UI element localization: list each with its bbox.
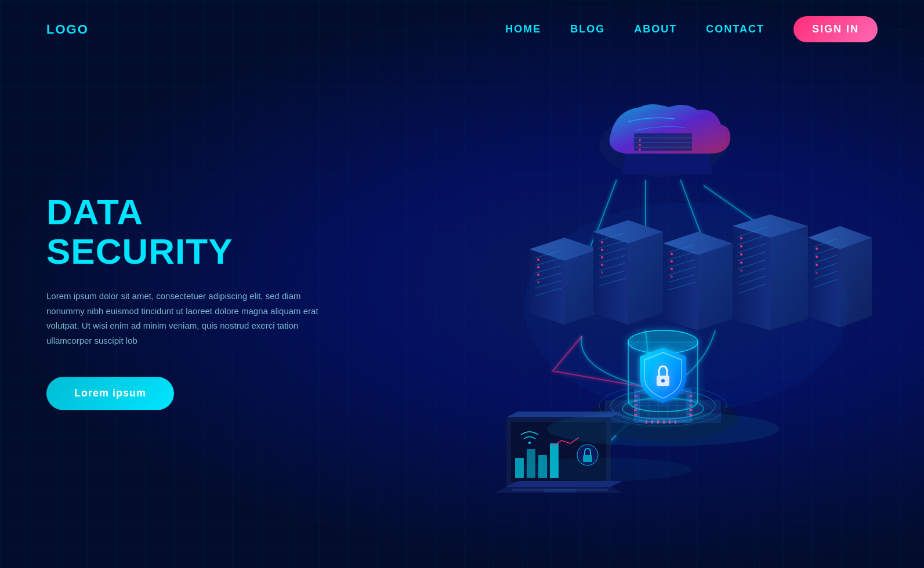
nav-home[interactable]: HOME (505, 23, 541, 35)
svg-rect-136 (544, 490, 576, 491)
navbar: LOGO HOME BLOG ABOUT CONTACT SIGN IN (0, 0, 924, 59)
svg-point-139 (524, 203, 849, 412)
svg-point-7 (639, 148, 641, 151)
svg-rect-1 (634, 133, 692, 151)
svg-marker-132 (506, 481, 622, 487)
hero-title: DATA SECURITY (46, 192, 325, 271)
hero-cta-button[interactable]: Lorem ipsum (46, 377, 174, 410)
svg-point-138 (518, 458, 692, 481)
nav-blog[interactable]: BLOG (570, 23, 605, 35)
svg-point-6 (639, 144, 641, 146)
hero-description: Lorem ipsum dolor sit amet, consectetuer… (46, 289, 325, 348)
svg-point-137 (547, 412, 779, 446)
hero-illustration (402, 46, 924, 551)
signin-button[interactable]: SIGN IN (793, 16, 878, 42)
svg-point-5 (639, 139, 641, 141)
nav-contact[interactable]: CONTACT (706, 23, 764, 35)
nav-links: HOME BLOG ABOUT CONTACT SIGN IN (505, 16, 878, 42)
hero-section: DATA SECURITY Lorem ipsum dolor sit amet… (46, 192, 325, 410)
svg-point-17 (537, 258, 539, 261)
svg-point-131 (528, 442, 531, 444)
nav-about[interactable]: ABOUT (634, 23, 677, 35)
nav-logo[interactable]: LOGO (46, 22, 89, 37)
svg-rect-92 (634, 409, 637, 411)
